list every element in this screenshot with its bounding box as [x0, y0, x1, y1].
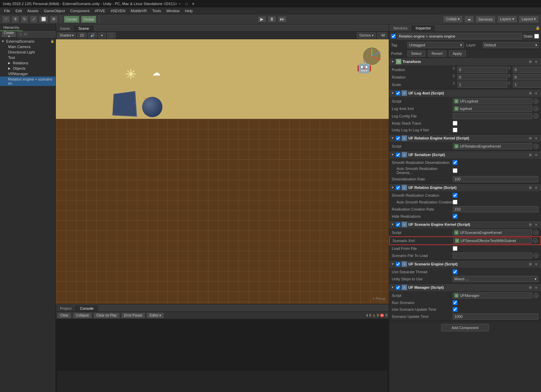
- maximize-button[interactable]: □: [184, 1, 189, 6]
- component-menu-icon[interactable]: ≡: [534, 59, 539, 64]
- transform-header[interactable]: ▼ ⟲ Transform ⚙ ≡: [389, 58, 541, 65]
- menu-tools[interactable]: Tools: [150, 8, 164, 14]
- keep-stack-trace-checkbox[interactable]: [453, 121, 457, 126]
- shaded-dropdown[interactable]: Shaded ▾: [57, 32, 76, 39]
- script-ref[interactable]: S UFManager: [453, 292, 532, 299]
- log-config-ref[interactable]: [453, 113, 532, 119]
- component-menu-icon[interactable]: ≡: [534, 222, 539, 227]
- collab-button[interactable]: Collab ▾: [443, 16, 463, 23]
- smooth-deserialization-checkbox[interactable]: [453, 160, 457, 165]
- menu-edit[interactable]: Edit: [13, 8, 25, 14]
- deserialization-rate-input[interactable]: [453, 176, 538, 182]
- auto-smooth-creation-checkbox[interactable]: [453, 200, 457, 204]
- apply-button[interactable]: Apply: [449, 50, 466, 57]
- object-name-field[interactable]: [397, 33, 522, 39]
- component-settings-icon[interactable]: ⚙: [527, 185, 533, 190]
- menu-component[interactable]: Component: [67, 8, 92, 14]
- clear-button[interactable]: Clear: [57, 312, 71, 319]
- auto-smooth-deserialization-checkbox[interactable]: [453, 168, 457, 173]
- menu-window[interactable]: Window: [164, 8, 182, 14]
- minimize-button[interactable]: ─: [177, 1, 182, 6]
- component-settings-icon[interactable]: ⚙: [527, 261, 533, 267]
- menu-help[interactable]: Help: [182, 8, 196, 14]
- uf-manager-header[interactable]: ▼ S UF Manager (Script) ⚙ ≡: [389, 284, 541, 291]
- component-settings-icon[interactable]: ⚙: [527, 59, 533, 64]
- static-checkbox[interactable]: [534, 34, 539, 39]
- 2d-button[interactable]: 2D: [77, 32, 87, 39]
- uf-serializer-header[interactable]: ▼ S UF Serializer (Script) ⚙ ≡: [389, 151, 541, 158]
- hierarchy-item-directional-light[interactable]: Directional Light: [0, 49, 55, 55]
- uf-scenario-kernel-header[interactable]: ▼ S UF Scenario Engine Kernel (Script) ⚙…: [389, 221, 541, 228]
- component-enable-checkbox[interactable]: [396, 186, 400, 190]
- use-scenario-update-checkbox[interactable]: [453, 307, 457, 312]
- ref-picker[interactable]: ⊙: [533, 238, 538, 243]
- component-enable-checkbox[interactable]: [396, 153, 400, 157]
- revert-button[interactable]: Revert: [428, 50, 446, 57]
- component-enable-checkbox[interactable]: [396, 136, 400, 140]
- menu-assets[interactable]: Assets: [25, 8, 41, 14]
- menu-five[interactable]: #FIVE: [92, 8, 108, 14]
- component-enable-checkbox[interactable]: [396, 262, 400, 266]
- uf-scenario-engine-header[interactable]: ▼ S UF Scenario Engine (Script) ⚙ ≡: [389, 260, 541, 268]
- layers-button[interactable]: Layers ▾: [497, 16, 517, 23]
- rotate-tool-button[interactable]: ↻: [21, 16, 28, 23]
- component-settings-icon[interactable]: ⚙: [527, 152, 533, 157]
- layout-button[interactable]: Layout ▾: [519, 16, 539, 23]
- position-x-input[interactable]: [457, 67, 508, 73]
- uf-relation-kernel-header[interactable]: ▼ S UF Relation Engine Kernel (Script) ⚙…: [389, 134, 541, 142]
- collapse-button[interactable]: Collapse: [73, 312, 92, 319]
- log4net-xml-ref[interactable]: S log4net: [453, 106, 532, 112]
- select-button[interactable]: Select: [407, 50, 425, 57]
- script-ref[interactable]: S UFLog4net: [453, 98, 532, 104]
- script-ref[interactable]: S UFScenarioEngineKernel: [453, 230, 532, 236]
- component-menu-icon[interactable]: ≡: [534, 285, 539, 290]
- center-button[interactable]: Center: [64, 16, 80, 23]
- transform-tool-button[interactable]: ⚙: [50, 16, 58, 23]
- component-settings-icon[interactable]: ⚙: [527, 285, 533, 290]
- position-y-input[interactable]: [513, 67, 541, 73]
- account-button[interactable]: Services: [475, 16, 496, 23]
- scale-y-input[interactable]: [513, 82, 541, 88]
- component-menu-icon[interactable]: ≡: [534, 185, 539, 190]
- tab-console[interactable]: Console: [76, 305, 98, 311]
- tab-game[interactable]: Game: [56, 25, 74, 31]
- unity-log-checkbox[interactable]: [453, 128, 457, 132]
- hand-tool-button[interactable]: ☞: [2, 16, 10, 23]
- component-menu-icon[interactable]: ≡: [534, 152, 539, 157]
- rotation-x-input[interactable]: [457, 74, 508, 80]
- create-button[interactable]: Create ▾: [1, 31, 16, 38]
- hierarchy-item-relation-engine[interactable]: Relation engine + scenario en: [0, 77, 55, 86]
- scene-mode-button[interactable]: ⬛: [107, 32, 116, 39]
- close-button[interactable]: ✕: [190, 1, 196, 6]
- component-enable-checkbox[interactable]: [396, 222, 400, 227]
- menu-middlevr[interactable]: MiddleVR: [128, 8, 150, 14]
- ref-picker[interactable]: ⊙: [534, 114, 538, 118]
- step-button[interactable]: ⏭: [278, 16, 287, 23]
- all-dropdown[interactable]: ⁻All: [377, 32, 387, 39]
- ref-picker[interactable]: ⊙: [534, 253, 538, 258]
- use-separate-thread-checkbox[interactable]: [453, 269, 457, 274]
- rotation-y-input[interactable]: [513, 74, 541, 80]
- editor-dropdown-button[interactable]: Editor ▾: [146, 312, 164, 319]
- realization-rate-input[interactable]: [453, 206, 538, 212]
- component-menu-icon[interactable]: ≡: [534, 261, 539, 267]
- menu-seven[interactable]: #SEVEN: [108, 8, 128, 14]
- gizmos-dropdown[interactable]: Gizmos ▾: [357, 32, 376, 39]
- tab-scene[interactable]: Scene: [74, 25, 93, 31]
- cloud-button[interactable]: ☁: [464, 16, 474, 23]
- object-active-checkbox[interactable]: [391, 34, 396, 39]
- audio-button[interactable]: 🔊: [88, 32, 97, 39]
- hierarchy-item-test[interactable]: Test: [0, 55, 55, 60]
- ref-picker[interactable]: ⊙: [534, 144, 538, 149]
- fx-button[interactable]: ✦: [98, 32, 106, 39]
- rect-tool-button[interactable]: ⬜: [39, 16, 48, 23]
- component-settings-icon[interactable]: ⚙: [527, 90, 533, 96]
- global-button[interactable]: Global: [81, 16, 96, 23]
- add-component-button[interactable]: Add Component: [441, 324, 489, 331]
- hierarchy-item-vrmanager[interactable]: VRManager: [0, 71, 55, 77]
- ref-picker[interactable]: ⊙: [534, 293, 538, 298]
- component-enable-checkbox[interactable]: [396, 285, 400, 290]
- tab-hierarchy[interactable]: Hierarchy: [0, 24, 23, 31]
- pause-button[interactable]: ⏸: [268, 16, 276, 23]
- layer-dropdown[interactable]: Default▾: [483, 42, 539, 48]
